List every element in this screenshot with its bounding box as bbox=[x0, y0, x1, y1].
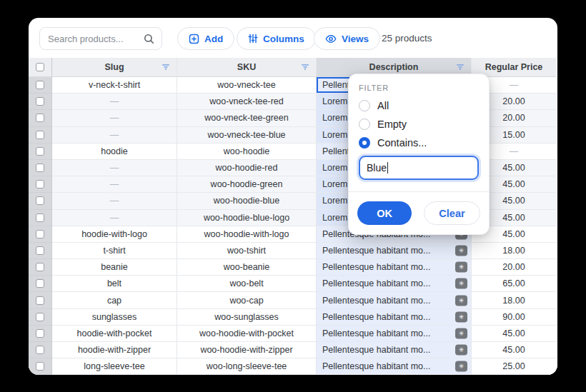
radio-unselected-icon[interactable] bbox=[359, 100, 370, 111]
description-cell[interactable]: Pellentesque habitant mo...✳ bbox=[317, 342, 472, 358]
slug-cell[interactable]: — bbox=[52, 94, 177, 110]
radio-unselected-icon[interactable] bbox=[359, 119, 370, 130]
sku-cell[interactable]: woo-vneck-tee bbox=[177, 77, 317, 94]
add-button[interactable]: Add bbox=[177, 27, 234, 50]
search-input[interactable] bbox=[48, 34, 144, 44]
slug-cell[interactable]: beanie bbox=[52, 259, 177, 276]
slug-cell[interactable]: — bbox=[52, 193, 177, 209]
sku-cell[interactable]: woo-vneck-tee-green bbox=[177, 110, 317, 126]
filter-funnel-icon[interactable] bbox=[162, 64, 170, 71]
slug-cell[interactable]: — bbox=[52, 160, 177, 176]
slug-cell[interactable]: — bbox=[52, 176, 177, 193]
columns-button[interactable]: Columns bbox=[237, 27, 316, 50]
row-checkbox[interactable] bbox=[36, 246, 44, 255]
slug-cell[interactable]: sunglasses bbox=[52, 309, 177, 326]
filter-text-input[interactable]: Blue bbox=[359, 156, 479, 180]
slug-cell[interactable]: hoodie-with-logo bbox=[52, 226, 177, 243]
row-checkbox[interactable] bbox=[36, 131, 44, 139]
slug-cell[interactable]: long-sleeve-tee bbox=[52, 358, 177, 375]
slug-cell[interactable]: cap bbox=[52, 292, 177, 308]
row-checkbox[interactable] bbox=[36, 296, 44, 305]
price-cell[interactable]: 45.00 bbox=[472, 342, 556, 358]
row-checkbox[interactable] bbox=[36, 362, 44, 371]
slug-cell[interactable]: v-neck-t-shirt bbox=[52, 77, 177, 94]
table-row: beltwoo-beltPellentesque habitant mo...✳… bbox=[29, 276, 557, 292]
description-cell[interactable]: Pellentesque habitant mo...✳ bbox=[317, 243, 472, 259]
description-cell[interactable]: Pellentesque habitant mo...✳ bbox=[317, 309, 472, 326]
row-checkbox[interactable] bbox=[36, 180, 44, 189]
select-all-checkbox[interactable] bbox=[36, 63, 44, 71]
slug-cell[interactable]: hoodie-with-pocket bbox=[52, 326, 177, 342]
sku-cell[interactable]: woo-hoodie-with-logo bbox=[177, 226, 317, 243]
asterisk-icon[interactable]: ✳ bbox=[455, 311, 467, 322]
row-checkbox[interactable] bbox=[36, 263, 44, 271]
row-checkbox[interactable] bbox=[36, 114, 44, 122]
row-checkbox[interactable] bbox=[36, 97, 44, 106]
price-cell[interactable]: 90.00 bbox=[472, 309, 556, 326]
search-box[interactable] bbox=[39, 27, 162, 50]
sku-cell[interactable]: woo-hoodie-with-pocket bbox=[177, 326, 317, 342]
sku-cell[interactable]: woo-sunglasses bbox=[177, 309, 317, 326]
sku-cell[interactable]: woo-hoodie-red bbox=[177, 160, 317, 176]
filter-funnel-icon[interactable] bbox=[301, 64, 309, 71]
sku-cell[interactable]: woo-hoodie-green bbox=[177, 176, 317, 193]
description-cell[interactable]: Pellentesque habitant mo...✳ bbox=[317, 326, 472, 342]
row-checkbox[interactable] bbox=[36, 279, 44, 288]
filter-option-contains[interactable]: Contains... bbox=[359, 137, 479, 149]
description-cell[interactable]: Pellentesque habitant mo...✳ bbox=[317, 276, 472, 292]
sku-cell[interactable]: woo-vneck-tee-red bbox=[177, 94, 317, 110]
asterisk-icon[interactable]: ✳ bbox=[455, 345, 467, 356]
description-cell[interactable]: Pellentesque habitant mo...✳ bbox=[317, 259, 472, 276]
sku-cell[interactable]: woo-hoodie-with-zipper bbox=[177, 342, 317, 358]
sku-cell[interactable]: woo-beanie bbox=[177, 259, 317, 276]
asterisk-icon[interactable]: ✳ bbox=[455, 262, 467, 273]
asterisk-icon[interactable]: ✳ bbox=[455, 361, 467, 372]
row-checkbox[interactable] bbox=[36, 147, 44, 156]
description-cell[interactable]: Pellentesque habitant mo...✳ bbox=[317, 358, 472, 375]
price-cell[interactable]: 18.00 bbox=[472, 292, 556, 308]
filter-funnel-icon[interactable] bbox=[456, 64, 465, 71]
slug-cell[interactable]: — bbox=[52, 210, 177, 226]
sku-cell[interactable]: woo-hoodie-blue-logo bbox=[177, 210, 317, 226]
slug-cell[interactable]: — bbox=[52, 110, 177, 126]
row-checkbox[interactable] bbox=[36, 213, 44, 222]
column-header-sku[interactable]: SKU bbox=[177, 58, 317, 77]
row-checkbox[interactable] bbox=[36, 313, 44, 321]
price-cell[interactable]: 65.00 bbox=[472, 276, 556, 292]
sku-cell[interactable]: woo-belt bbox=[177, 276, 317, 292]
row-checkbox[interactable] bbox=[36, 196, 44, 205]
price-cell[interactable]: 45.00 bbox=[472, 326, 556, 342]
row-checkbox[interactable] bbox=[36, 346, 44, 354]
asterisk-icon[interactable]: ✳ bbox=[455, 278, 467, 289]
clear-button[interactable]: Clear bbox=[424, 201, 480, 225]
column-header-slug[interactable]: Slug bbox=[52, 58, 177, 77]
row-checkbox[interactable] bbox=[36, 164, 44, 172]
filter-option-all[interactable]: All bbox=[359, 100, 479, 111]
sku-cell[interactable]: woo-hoodie bbox=[177, 144, 317, 160]
filter-option-label: Empty bbox=[377, 119, 407, 130]
radio-selected-icon[interactable] bbox=[359, 137, 370, 149]
price-cell[interactable]: 18.00 bbox=[472, 243, 556, 259]
price-cell[interactable]: 25.00 bbox=[472, 358, 556, 375]
sku-cell[interactable]: woo-tshirt bbox=[177, 243, 317, 259]
slug-cell[interactable]: — bbox=[52, 127, 177, 144]
row-checkbox[interactable] bbox=[36, 81, 44, 89]
sku-cell[interactable]: woo-vneck-tee-blue bbox=[177, 127, 317, 144]
sku-cell[interactable]: woo-cap bbox=[177, 292, 317, 308]
asterisk-icon[interactable]: ✳ bbox=[455, 328, 467, 338]
asterisk-icon[interactable]: ✳ bbox=[455, 245, 467, 256]
slug-cell[interactable]: hoodie bbox=[52, 144, 177, 160]
sku-cell[interactable]: woo-long-sleeve-tee bbox=[177, 358, 317, 375]
slug-cell[interactable]: hoodie-with-zipper bbox=[52, 342, 177, 358]
row-checkbox[interactable] bbox=[36, 230, 44, 238]
slug-cell[interactable]: belt bbox=[52, 276, 177, 292]
asterisk-icon[interactable]: ✳ bbox=[455, 295, 467, 306]
views-button[interactable]: Views bbox=[314, 27, 380, 50]
slug-cell[interactable]: t-shirt bbox=[52, 243, 177, 259]
description-cell[interactable]: Pellentesque habitant mo...✳ bbox=[317, 292, 472, 308]
filter-option-empty[interactable]: Empty bbox=[359, 119, 479, 130]
row-checkbox[interactable] bbox=[36, 329, 44, 338]
price-cell[interactable]: 20.00 bbox=[472, 259, 556, 276]
sku-cell[interactable]: woo-hoodie-blue bbox=[177, 193, 317, 209]
ok-button[interactable]: OK bbox=[357, 201, 412, 225]
